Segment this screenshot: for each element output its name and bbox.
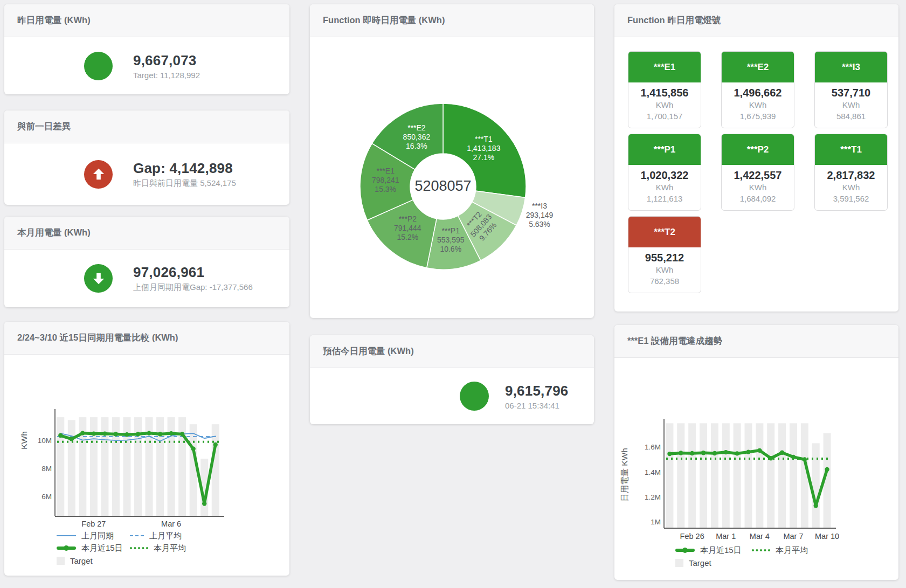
- series-marker: [169, 431, 173, 435]
- card-title: 昨日用電量 (KWh): [17, 15, 91, 26]
- series-marker: [147, 431, 151, 435]
- series-marker: [735, 451, 739, 455]
- legend-item[interactable]: 本月平均: [752, 544, 808, 556]
- stat-body: 9,615,796 06-21 15:34:41: [310, 368, 594, 424]
- stat-subtitle: 昨日與前日用電量 5,524,175: [133, 178, 236, 189]
- legend-sample-icon: [57, 557, 65, 565]
- stat-value: 9,615,796: [505, 383, 568, 399]
- tile-value: 1,422,557: [722, 169, 794, 182]
- status-circle-icon: [460, 382, 489, 411]
- compare-chart-legend: 上月同期上月平均本月近15日本月平均Target: [57, 530, 186, 566]
- stat-body: 9,667,073 Target: 11,128,992: [4, 37, 289, 94]
- series-marker: [191, 447, 195, 451]
- series-marker: [679, 451, 683, 455]
- legend-label: 上月平均: [149, 531, 182, 541]
- series-marker: [701, 451, 706, 455]
- card-title: 預估今日用電量 (KWh): [323, 345, 414, 357]
- tile-target: 1,675,939: [722, 110, 794, 122]
- card-today-estimate: 預估今日用電量 (KWh) 9,615,796 06-21 15:34:41: [310, 335, 594, 424]
- series-marker: [213, 442, 218, 447]
- x-tick-label: Mar 7: [783, 532, 803, 541]
- light-tiles-grid: ***E11,415,856KWh1,700,157***E21,496,662…: [628, 51, 888, 293]
- legend-label: 本月平均: [776, 545, 808, 556]
- x-tick-label: Mar 1: [716, 532, 736, 541]
- light-tile-P1[interactable]: ***P11,020,322KWh1,121,613: [628, 134, 701, 211]
- target-bar: [688, 423, 696, 528]
- y-tick-label: 8M: [42, 465, 52, 473]
- stat-text: Gap: 4,142,898 昨日與前日用電量 5,524,175: [133, 160, 236, 189]
- y-tick-label: 1M: [651, 518, 661, 526]
- light-tile-T2[interactable]: ***T2955,212KWh762,358: [628, 216, 701, 293]
- target-bar: [57, 417, 64, 516]
- legend-sample-icon: [130, 535, 144, 536]
- series-marker: [814, 503, 818, 508]
- legend-item[interactable]: 本月近15日: [57, 542, 130, 554]
- legend-sample-icon: [130, 547, 148, 549]
- stat-text: 9,615,796 06-21 15:34:41: [505, 383, 568, 410]
- stat-value: 9,667,073: [133, 52, 200, 69]
- light-tile-E1[interactable]: ***E11,415,856KWh1,700,157: [628, 51, 701, 128]
- tile-value: 1,020,322: [628, 169, 701, 182]
- target-bar: [123, 417, 130, 516]
- legend-label: Target: [689, 558, 711, 568]
- legend-item[interactable]: 上月平均: [130, 530, 186, 542]
- card-month-usage: 本月用電量 (KWh) 97,026,961 上個月同期用電Gap: -17,3…: [4, 217, 289, 307]
- y-tick-label: 1.4M: [645, 468, 661, 476]
- legend-sample-icon: [675, 549, 695, 552]
- series-marker: [70, 437, 74, 441]
- tile-label: ***I3: [815, 52, 887, 82]
- tile-value: 2,817,832: [815, 169, 887, 182]
- legend-label: 本月近15日: [81, 543, 123, 554]
- donut-center-total: 5208057: [414, 178, 471, 194]
- card-day-diff: 與前一日差異 Gap: 4,142,898 昨日與前日用電量 5,524,175: [4, 110, 289, 205]
- target-bar: [700, 423, 707, 528]
- series-marker: [769, 456, 773, 460]
- card-header: 預估今日用電量 (KWh): [310, 335, 594, 368]
- legend-item[interactable]: Target: [57, 555, 130, 566]
- legend-sample-icon: [752, 549, 770, 551]
- legend-item[interactable]: Target: [675, 557, 752, 569]
- y-axis-label: 日用電量 KWh: [620, 448, 629, 502]
- stat-subtitle: 上個月同期用電Gap: -17,377,566: [133, 282, 253, 293]
- donut-chart: ***T11,413,18327.1%***I3293,1495.63%***T…: [310, 4, 594, 318]
- x-tick-label: Feb 26: [680, 532, 704, 541]
- light-tile-P2[interactable]: ***P21,422,557KWh1,684,092: [721, 134, 794, 211]
- e1-trend-chart: 1M1.2M1.4M1.6MFeb 26Mar 1Mar 4Mar 7Mar 1…: [614, 325, 898, 580]
- tile-label: ***E1: [628, 52, 701, 82]
- target-bar: [734, 423, 741, 528]
- series-marker: [803, 457, 807, 461]
- legend-sample-icon: [675, 559, 683, 567]
- card-title: Function 昨日用電燈號: [627, 15, 721, 26]
- stat-timestamp: 06-21 15:34:41: [505, 401, 568, 410]
- series-marker: [180, 432, 184, 436]
- card-header: Function 昨日用電燈號: [614, 4, 898, 37]
- tile-target: 762,358: [628, 275, 701, 287]
- stat-text: 9,667,073 Target: 11,128,992: [133, 52, 200, 80]
- target-bar: [778, 423, 786, 528]
- stat-body: 97,026,961 上個月同期用電Gap: -17,377,566: [4, 250, 289, 307]
- card-header: 昨日用電量 (KWh): [4, 4, 289, 37]
- series-marker: [780, 451, 784, 455]
- series-marker: [757, 448, 762, 453]
- x-tick-label: Mar 10: [815, 532, 839, 541]
- legend-item[interactable]: 上月同期: [57, 530, 130, 542]
- tile-label: ***P2: [722, 134, 794, 165]
- series-marker: [80, 431, 85, 435]
- target-bar: [722, 423, 730, 528]
- series-marker: [158, 432, 162, 436]
- legend-item[interactable]: 本月近15日: [675, 544, 752, 556]
- series-marker: [791, 455, 796, 459]
- light-tile-T1[interactable]: ***T12,817,832KWh3,591,562: [814, 134, 888, 211]
- card-yesterday-usage: 昨日用電量 (KWh) 9,667,073 Target: 11,128,992: [4, 4, 289, 94]
- series-marker: [724, 450, 728, 454]
- tile-target: 1,700,157: [628, 110, 701, 122]
- legend-sample-icon: [57, 535, 76, 536]
- series-marker: [136, 432, 140, 436]
- legend-label: 本月近15日: [700, 545, 742, 556]
- legend-item[interactable]: 本月平均: [130, 542, 186, 554]
- tile-value: 1,496,662: [722, 87, 794, 99]
- light-tile-I3[interactable]: ***I3537,710KWh584,861: [814, 51, 888, 128]
- light-tile-E2[interactable]: ***E21,496,662KWh1,675,939: [721, 51, 794, 128]
- tile-unit: KWh: [722, 182, 794, 193]
- series-marker: [746, 449, 750, 454]
